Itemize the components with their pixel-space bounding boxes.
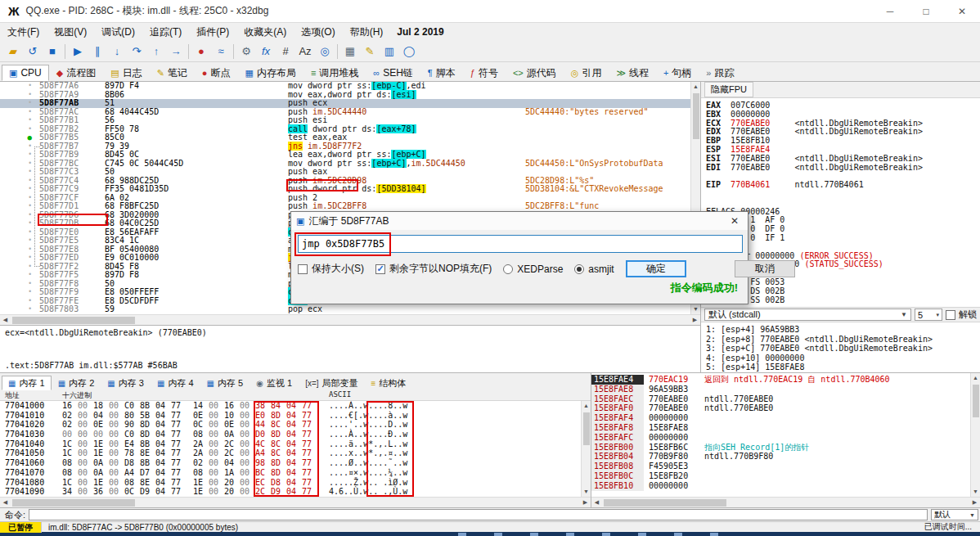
dump-tab-memory-5[interactable]: ▦内存 5 — [200, 376, 250, 390]
scroll-down-icon[interactable]: ▼ — [693, 304, 699, 314]
gutter-dot-icon[interactable]: • — [0, 99, 39, 108]
scroll-left-icon[interactable]: ◀ — [591, 499, 602, 506]
restart-icon[interactable]: ↺ — [23, 43, 43, 61]
dump-row[interactable]: 770410401C001E00E48B04772A002C004C8C0477… — [0, 439, 581, 449]
command-input[interactable] — [29, 509, 928, 520]
register-edi[interactable]: EDI 770EABE0 <ntdll.DbgUiRemoteBreakin> — [706, 164, 980, 173]
gutter-dot-icon[interactable]: • — [0, 177, 39, 186]
tab-seh-chain[interactable]: ∞SEH链 — [366, 65, 420, 81]
dump-row[interactable]: 770410501C001E00788E04772A002C00A48C0477… — [0, 448, 581, 458]
asmjit-radio[interactable] — [574, 264, 584, 274]
graph-compass-icon[interactable]: ◎ — [315, 43, 335, 61]
trace-icon[interactable]: ≈ — [211, 43, 231, 61]
menu-item-追踪T[interactable]: 追踪(T) — [142, 25, 189, 39]
dump-row[interactable]: 7704101002000400805B04770E001000E08D0477… — [0, 411, 581, 421]
tab-memory-map[interactable]: ▦内存布局 — [238, 65, 303, 81]
gutter-dot-icon[interactable]: • — [0, 219, 39, 228]
dump-rows[interactable]: 7704100016001800C08B04771400160038840477… — [0, 401, 581, 497]
dump-row[interactable]: 7704107008000A00A4D7047708001A00BC8D0477… — [0, 468, 581, 478]
dump-row[interactable]: 7704102002000E00908D04770C000E00448C0477… — [0, 420, 581, 430]
clock-icon[interactable]: ◯ — [399, 43, 419, 61]
gutter-dot-icon[interactable]: • — [0, 125, 39, 134]
scroll-thumb[interactable] — [12, 499, 135, 507]
disasm-row[interactable]: •5D8F77BCC745 0C 5044C45Dmov dword ptr s… — [0, 160, 690, 169]
step-out-icon[interactable]: ↑ — [146, 43, 166, 61]
gutter-dot-icon[interactable]: • — [0, 297, 39, 306]
disasm-row[interactable]: •5D8F780359pop ecx — [0, 305, 690, 314]
stack-row[interactable]: 15E8FB08F45905E3 — [591, 462, 970, 471]
open-file-icon[interactable]: ▰ — [3, 43, 23, 61]
tab-graph[interactable]: ◆流程图 — [49, 65, 103, 81]
dump-vscrollbar[interactable]: ▲ ▼ — [581, 401, 591, 497]
tab-handles[interactable]: +句柄 — [656, 65, 699, 81]
gutter-dot-icon[interactable]: • — [0, 271, 39, 280]
menu-item-视图V[interactable]: 视图(V) — [47, 25, 94, 39]
keep-size-checkbox[interactable] — [298, 264, 308, 274]
scroll-thumb[interactable] — [973, 385, 979, 417]
hide-fpu-button[interactable]: 隐藏FPU — [704, 82, 753, 97]
close-button[interactable]: ✕ — [944, 0, 980, 23]
disasm-row[interactable]: •5D8F77A98B06mov eax,dword ptr ds:[esi] — [0, 91, 690, 100]
dump-row[interactable]: 7704103000000000C08D047708000A00D08D0477… — [0, 430, 581, 439]
gutter-dot-icon[interactable]: • — [0, 202, 39, 211]
notes-pencil-icon[interactable]: ✎ — [360, 43, 380, 61]
tab-symbols[interactable]: ƒ符号 — [463, 65, 506, 81]
scroll-right-icon[interactable]: ▶ — [690, 317, 700, 323]
gutter-dot-icon[interactable]: • — [0, 245, 39, 254]
breakpoint-icon[interactable]: ● — [191, 43, 211, 61]
gutter-dot-icon[interactable]: • — [0, 254, 39, 263]
assembly-instruction-input[interactable] — [298, 235, 743, 253]
stack-row[interactable]: 15E8FAF400000000 — [591, 413, 970, 423]
disasm-hscrollbar[interactable]: ◀ ▶ — [0, 314, 700, 325]
tab-references[interactable]: ◎引用 — [564, 65, 609, 81]
stop-icon[interactable]: ■ — [43, 43, 62, 61]
run-to-cursor-icon[interactable]: → — [166, 43, 186, 61]
scroll-up-icon[interactable]: ▲ — [583, 401, 589, 411]
scroll-thumb[interactable] — [604, 499, 726, 507]
cancel-button[interactable]: 取消 — [735, 260, 795, 277]
disasm-row[interactable]: •5D8F77C9FF35 0481D35Dpush dword ptr ds:… — [0, 185, 690, 194]
scroll-thumb[interactable] — [12, 317, 135, 324]
gutter-dot-icon[interactable]: • — [0, 263, 39, 272]
maximize-button[interactable]: □ — [908, 0, 944, 23]
dump-tab-memory-2[interactable]: ▦内存 2 — [52, 376, 101, 390]
scroll-down-icon[interactable]: ▼ — [583, 487, 589, 497]
menu-item-调试D[interactable]: 调试(D) — [94, 25, 142, 39]
dialog-titlebar[interactable]: ▣ 汇编于 5D8F77AB ✕ — [291, 212, 748, 230]
scroll-up-icon[interactable]: ▲ — [973, 373, 978, 383]
minimize-button[interactable]: ─ — [872, 0, 908, 23]
stack-row[interactable]: 15E8FAF0770EABE0ntdll.770EABE0 — [591, 403, 970, 413]
dump-tab-memory-3[interactable]: ▦内存 3 — [101, 376, 151, 390]
tab-threads[interactable]: ≫线程 — [609, 65, 656, 81]
stack-hscrollbar[interactable]: ◀ ▶ — [591, 497, 980, 507]
call-arg-line[interactable]: 3: [esp+C] 770EABE0 <ntdll.DbgUiRemoteBr… — [706, 344, 980, 354]
calculator-icon[interactable]: ▦ — [340, 43, 360, 61]
tab-cpu[interactable]: ▣CPU — [2, 65, 49, 81]
convention-select[interactable]: 默认 (stdcall) ▼ — [704, 309, 911, 321]
dump-hscrollbar[interactable]: ◀ ▶ — [0, 497, 591, 507]
disasm-row[interactable]: •5D8F77AC68 4044C45Dpush im.5DC444405DC4… — [0, 108, 690, 117]
gutter-dot-icon[interactable]: • — [0, 288, 39, 297]
patches-icon[interactable]: # — [276, 43, 295, 61]
command-profile-dropdown[interactable]: 默认 ▼ — [931, 509, 978, 520]
stack-row[interactable]: 15E8FB0C15E8FB20 — [591, 471, 970, 481]
scroll-down-icon[interactable]: ▼ — [973, 487, 978, 497]
dump-tab-memory-1[interactable]: ▦内存 1 — [2, 376, 52, 390]
gutter-dot-icon[interactable]: • — [0, 194, 39, 203]
tab-log[interactable]: ▤日志 — [103, 65, 149, 81]
scroll-thumb[interactable] — [583, 412, 590, 445]
menu-item-收藏夹A[interactable]: 收藏夹(A) — [236, 25, 294, 39]
gutter-dot-icon[interactable]: • — [0, 160, 39, 169]
stack-row[interactable]: 15E8FB04770B9F80ntdll.770B9F80 — [591, 452, 970, 462]
gutter-dot-icon[interactable]: • — [0, 151, 39, 160]
scroll-left-icon[interactable]: ◀ — [0, 499, 11, 506]
gutter-dot-icon[interactable]: • — [0, 236, 39, 245]
dump-row[interactable]: 7704100016001800C08B04771400160038840477… — [0, 401, 581, 411]
book-icon[interactable]: ▥ — [380, 43, 399, 61]
gutter-dot-icon[interactable]: • — [0, 108, 39, 117]
tab-trace[interactable]: »跟踪 — [699, 65, 741, 81]
strings-az-icon[interactable]: Az — [295, 43, 315, 61]
pause-icon[interactable]: ∥ — [88, 43, 107, 61]
menu-item-文件F[interactable]: 文件(F) — [0, 25, 47, 39]
stack-row[interactable]: 15E8FAFC00000000 — [591, 433, 970, 443]
